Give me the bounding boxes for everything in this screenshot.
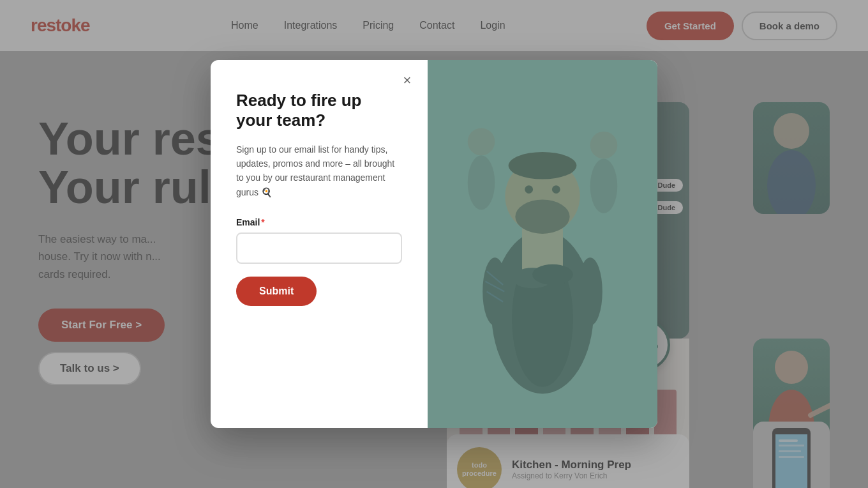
modal-form-section: × Ready to fire up your team? Sign up to… bbox=[211, 60, 428, 428]
required-indicator: * bbox=[261, 217, 264, 227]
modal-submit-button[interactable]: Submit bbox=[236, 277, 317, 306]
modal: × Ready to fire up your team? Sign up to… bbox=[211, 60, 657, 428]
modal-close-button[interactable]: × bbox=[397, 70, 417, 91]
modal-title: Ready to fire up your team? bbox=[236, 91, 402, 130]
email-label: Email* bbox=[236, 217, 402, 227]
email-input[interactable] bbox=[236, 233, 402, 264]
modal-overlay[interactable]: × Ready to fire up your team? Sign up to… bbox=[0, 0, 868, 488]
chef-background bbox=[428, 60, 657, 428]
modal-description: Sign up to our email list for handy tips… bbox=[236, 142, 402, 200]
modal-image-section bbox=[428, 60, 657, 428]
